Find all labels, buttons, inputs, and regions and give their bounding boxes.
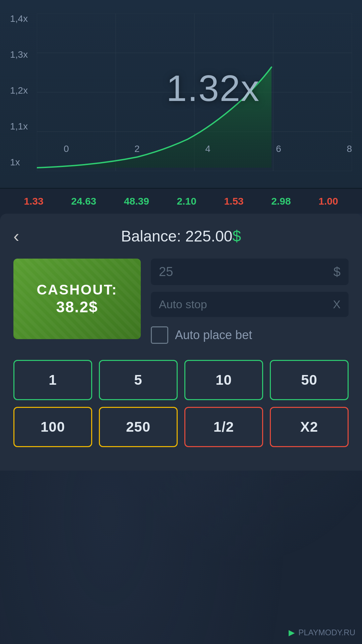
auto-place-row: Auto place bet bbox=[151, 324, 349, 346]
history-item: 1.53 bbox=[224, 196, 243, 207]
bet-buttons-row1: 1 5 10 50 bbox=[13, 360, 349, 400]
bet-btn-50[interactable]: 50 bbox=[270, 360, 349, 400]
bet-input-row[interactable]: 25 $ bbox=[151, 259, 349, 285]
chart-x-labels: 0 2 4 6 8 bbox=[64, 144, 352, 154]
auto-stop-close[interactable]: X bbox=[333, 298, 341, 311]
multiplier-display: 1.32x bbox=[166, 67, 260, 109]
history-row: 1.33 24.63 48.39 2.10 1.53 2.98 1.00 bbox=[0, 189, 362, 214]
watermark-icon: ▶ bbox=[289, 628, 295, 637]
bet-btn-double[interactable]: X2 bbox=[270, 407, 349, 447]
auto-place-checkbox[interactable] bbox=[151, 326, 168, 344]
history-item: 24.63 bbox=[71, 196, 96, 207]
y-label-12: 1,2x bbox=[10, 85, 28, 96]
auto-stop-row[interactable]: Auto stop X bbox=[151, 292, 349, 317]
control-panel: ‹ Balance: 225.00$ CASHOUT: 38.2$ 25 $ bbox=[0, 214, 362, 471]
auto-place-label: Auto place bet bbox=[175, 328, 252, 342]
bet-btn-10[interactable]: 10 bbox=[184, 360, 263, 400]
y-label-14: 1,4x bbox=[10, 13, 28, 24]
back-button[interactable]: ‹ bbox=[13, 227, 19, 245]
watermark-text: PLAYMODY.RU bbox=[298, 628, 355, 637]
x-label-0: 0 bbox=[64, 144, 69, 154]
right-controls: 25 $ Auto stop X Auto place bet bbox=[151, 259, 349, 346]
history-item: 1.33 bbox=[24, 196, 43, 207]
history-item: 1.00 bbox=[318, 196, 338, 207]
balance-currency: $ bbox=[232, 227, 241, 245]
bet-input-value: 25 bbox=[159, 265, 334, 279]
bet-btn-250[interactable]: 250 bbox=[99, 407, 178, 447]
chart-y-labels: 1,4x 1,3x 1,2x 1,1x 1x bbox=[10, 13, 28, 171]
x-label-6: 6 bbox=[276, 144, 281, 154]
x-label-8: 8 bbox=[347, 144, 352, 154]
history-item: 2.10 bbox=[177, 196, 196, 207]
cashout-button[interactable]: CASHOUT: 38.2$ bbox=[13, 259, 141, 339]
bet-btn-5[interactable]: 5 bbox=[99, 360, 178, 400]
y-label-10: 1x bbox=[10, 157, 28, 168]
x-label-2: 2 bbox=[134, 144, 140, 154]
bet-buttons-row2: 100 250 1/2 X2 bbox=[13, 407, 349, 447]
history-item: 48.39 bbox=[124, 196, 149, 207]
y-label-11: 1,1x bbox=[10, 121, 28, 132]
chart-container: 1,4x 1,3x 1,2x 1,1x 1x bbox=[10, 13, 352, 188]
history-item: 2.98 bbox=[271, 196, 291, 207]
cashout-label: CASHOUT: bbox=[37, 282, 118, 298]
balance-label: Balance: 225.00 bbox=[121, 227, 233, 245]
auto-stop-label: Auto stop bbox=[159, 298, 333, 311]
balance-header: ‹ Balance: 225.00$ bbox=[13, 227, 349, 245]
balance-display: Balance: 225.00$ bbox=[121, 227, 241, 245]
bet-currency: $ bbox=[334, 265, 341, 279]
y-label-13: 1,3x bbox=[10, 49, 28, 60]
bet-btn-100[interactable]: 100 bbox=[13, 407, 92, 447]
chart-section: 1,4x 1,3x 1,2x 1,1x 1x bbox=[0, 0, 362, 189]
bet-btn-half[interactable]: 1/2 bbox=[184, 407, 263, 447]
main-controls: CASHOUT: 38.2$ 25 $ Auto stop X bbox=[13, 259, 349, 346]
cashout-amount: 38.2$ bbox=[56, 298, 98, 316]
bet-btn-1[interactable]: 1 bbox=[13, 360, 92, 400]
chart-area: 1.32x 0 2 4 6 8 bbox=[37, 13, 352, 171]
x-label-4: 4 bbox=[205, 144, 210, 154]
watermark: ▶ PLAYMODY.RU bbox=[289, 628, 356, 637]
